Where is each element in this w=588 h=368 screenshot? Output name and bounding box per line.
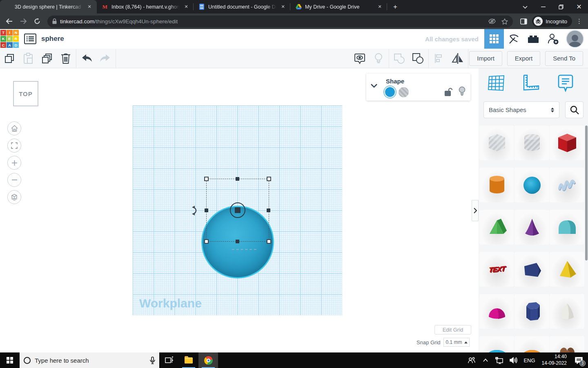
chrome-taskbar-button[interactable] (198, 352, 218, 368)
design-menu-icon[interactable] (24, 34, 36, 44)
shape-category-select[interactable]: Basic Shapes (483, 101, 559, 118)
tab-search-chevron-icon[interactable] (516, 0, 534, 13)
close-window-button[interactable]: ✕ (570, 0, 588, 13)
hole-swatch[interactable] (399, 87, 409, 97)
address-bar[interactable]: tinkercad.com/things/cXw9Eqqh4Un-sphere/… (47, 16, 513, 27)
people-icon[interactable] (466, 352, 478, 368)
solid-color-swatch[interactable] (384, 86, 396, 98)
shape-text[interactable]: TEXT (479, 252, 514, 287)
shape-cone[interactable] (514, 210, 549, 245)
scale-handle-se[interactable] (267, 239, 271, 244)
avatar[interactable] (566, 30, 584, 48)
scale-handle-e[interactable] (267, 209, 270, 212)
view-cube[interactable]: TOP (13, 81, 38, 106)
ungroup-button[interactable] (409, 49, 428, 68)
export-button[interactable]: Export (507, 51, 540, 66)
zoom-out-button[interactable] (7, 173, 21, 187)
shape-polygon[interactable] (514, 252, 549, 287)
scale-handle-nw[interactable] (204, 177, 209, 181)
unlock-icon[interactable] (444, 88, 452, 96)
task-view-button[interactable] (159, 352, 179, 368)
zoom-in-button[interactable] (7, 156, 21, 170)
network-icon[interactable] (493, 352, 506, 368)
forward-button[interactable] (17, 15, 29, 27)
action-center-button[interactable]: 3 (571, 352, 586, 368)
shape-scribble[interactable] (550, 168, 584, 202)
canvas[interactable]: TOP Workplane (0, 68, 588, 352)
shape-sphere[interactable] (514, 168, 549, 202)
design-title[interactable]: sphere (41, 35, 64, 43)
shape-torus[interactable] (479, 336, 514, 352)
mirror-button[interactable] (448, 49, 467, 68)
clock[interactable]: 14:40 14-09-2022 (539, 354, 569, 366)
restore-button[interactable] (552, 0, 570, 13)
rotate-handle[interactable] (191, 204, 199, 217)
tab-close-icon[interactable]: ✕ (183, 4, 189, 10)
blocks-view-button[interactable] (484, 29, 504, 49)
shape-egg[interactable] (550, 294, 584, 329)
paste-button[interactable] (19, 49, 38, 68)
language-indicator[interactable]: ENG (521, 357, 537, 364)
shape-heart[interactable] (550, 336, 584, 352)
group-button[interactable] (390, 49, 409, 68)
incognito-badge[interactable]: Incognito (532, 16, 572, 27)
shape-cylinder[interactable] (479, 168, 514, 202)
show-hide-bulb-icon[interactable] (459, 86, 466, 96)
shape-tube[interactable] (514, 336, 549, 352)
browser-menu-icon[interactable]: ⋮ (576, 18, 582, 25)
eye-off-icon[interactable] (488, 18, 496, 24)
edit-grid-button[interactable]: Edit Grid (434, 325, 471, 334)
scale-handle-w[interactable] (205, 209, 208, 212)
scale-handle-n[interactable] (236, 177, 239, 181)
tab-gmail[interactable]: M Inbox (8,764) - hemant.v.ghorpad ✕ (97, 0, 194, 13)
shape-box[interactable] (550, 126, 584, 160)
shape-box-hole[interactable] (479, 126, 514, 160)
tab-tinkercad[interactable]: 3D design sphere | Tinkercad ✕ (0, 0, 97, 13)
snap-grid-select[interactable]: 0.1 mm (443, 338, 470, 347)
notes-tool-button[interactable] (554, 72, 577, 94)
shape-search-button[interactable] (565, 101, 584, 118)
sidebar-scrollbar[interactable] (585, 126, 588, 260)
fit-view-button[interactable] (7, 139, 21, 153)
tab-close-icon[interactable]: ✕ (86, 4, 93, 10)
shape-round-roof[interactable] (550, 210, 584, 245)
copy-button[interactable] (0, 49, 19, 68)
tab-close-icon[interactable]: ✕ (280, 4, 286, 10)
scale-handle-s[interactable] (236, 240, 239, 243)
reload-button[interactable] (31, 15, 43, 27)
shape-roof[interactable] (479, 210, 514, 245)
side-panel-icon[interactable] (520, 18, 527, 25)
workplane-tool-button[interactable] (485, 72, 508, 94)
new-tab-button[interactable]: + (390, 1, 401, 13)
show-all-button[interactable] (350, 49, 369, 68)
perspective-toggle-button[interactable] (7, 190, 21, 204)
bookmark-star-icon[interactable] (501, 18, 508, 25)
search-input[interactable] (35, 357, 146, 364)
import-button[interactable]: Import (469, 51, 502, 66)
delete-button[interactable] (56, 49, 75, 68)
sidebar-collapse-handle[interactable] (472, 200, 479, 221)
undo-button[interactable] (77, 49, 96, 68)
home-view-button[interactable] (7, 121, 21, 135)
scale-handle-ne[interactable] (267, 177, 271, 181)
duplicate-button[interactable] (38, 49, 56, 68)
tab-google-drive[interactable]: My Drive - Google Drive ✕ (290, 0, 387, 13)
minecraft-export-button[interactable] (504, 29, 523, 49)
scale-handle-sw[interactable] (204, 239, 209, 244)
taskbar-search-box[interactable] (20, 352, 159, 368)
shape-cylinder-hole[interactable] (514, 126, 549, 160)
start-button[interactable] (0, 352, 20, 368)
show-hidden-icons-chevron[interactable] (479, 352, 492, 368)
ruler-tool-button[interactable] (519, 72, 542, 94)
shape-paraboloid[interactable] (479, 294, 514, 329)
shape-pyramid[interactable] (550, 252, 584, 287)
move-handle[interactable] (230, 202, 245, 218)
share-add-person-button[interactable] (543, 29, 563, 49)
bricks-export-button[interactable] (523, 29, 543, 49)
send-to-button[interactable]: Send To (545, 51, 583, 66)
align-button[interactable] (430, 49, 448, 68)
shape-hexagonal-prism[interactable] (514, 294, 549, 329)
tinkercad-logo[interactable]: T I N K E R C A D (0, 29, 19, 49)
redo-button[interactable] (96, 49, 115, 68)
tab-google-docs[interactable]: Untitled document - Google Doc ✕ (194, 0, 290, 13)
